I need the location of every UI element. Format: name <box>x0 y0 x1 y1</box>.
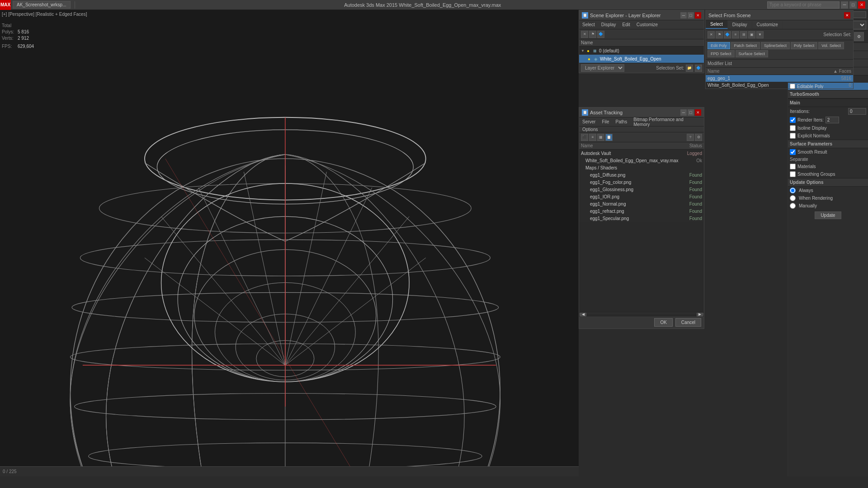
surface-select-btn[interactable]: Surface Select <box>736 50 769 57</box>
scene-toolbar-icon-3[interactable]: 🔷 <box>597 31 604 38</box>
scene-explorer-minimize[interactable]: ─ <box>680 12 687 19</box>
at-row-specular[interactable]: egg1_Specular.png Found <box>579 215 704 222</box>
fpd-select-btn[interactable]: FPD Select <box>708 50 735 57</box>
explicit-normals-checkbox[interactable] <box>790 133 796 139</box>
scene-toolbar-icon-2[interactable]: ⚑ <box>589 31 596 38</box>
verts-label: Verts: <box>2 35 18 42</box>
update-button[interactable]: Update <box>815 211 841 219</box>
at-menu-bitmap[interactable]: Bitmap Performance and Memory <box>632 117 702 127</box>
smoothing-groups-checkbox[interactable] <box>790 171 796 177</box>
sfs-icon-2[interactable]: ⚑ <box>716 31 723 38</box>
scene-explorer-maximize[interactable]: □ <box>688 12 694 19</box>
at-cancel-button[interactable]: Cancel <box>675 318 701 327</box>
footer-icon-1[interactable]: 📁 <box>686 65 693 72</box>
manually-radio[interactable] <box>790 203 796 209</box>
scene-toolbar-icon-1[interactable]: ✕ <box>581 31 588 38</box>
at-close[interactable]: ✕ <box>695 109 701 116</box>
at-row-max-file[interactable]: White_Soft_Boiled_Egg_Open_max_vray.max … <box>579 157 704 164</box>
at-minimize[interactable]: ─ <box>680 109 687 116</box>
vol-select-btn[interactable]: Vol. Select <box>818 42 844 49</box>
maximize-button[interactable]: □ <box>849 1 857 9</box>
render-iters-input[interactable] <box>826 117 839 123</box>
at-toolbar-help[interactable]: ? <box>687 134 694 141</box>
tab-customize[interactable]: Customize <box>752 21 783 28</box>
patch-select-btn[interactable]: Patch Select <box>731 42 760 49</box>
when-rendering-radio[interactable] <box>790 195 796 201</box>
at-toolbar-settings[interactable]: ⚙ <box>695 134 702 141</box>
sfs-icon-6[interactable]: ▣ <box>748 31 755 38</box>
at-row-maps-folder[interactable]: Maps / Shaders <box>579 164 704 171</box>
spline-select-btn[interactable]: SplineSelect <box>761 42 790 49</box>
viewport-canvas: Z X Y <box>0 10 579 476</box>
close-button[interactable]: ✕ <box>858 1 865 9</box>
layer-bulb-icon: ● <box>585 48 591 53</box>
at-menubar: Server File Paths Bitmap Performance and… <box>579 117 704 127</box>
turbosmooth-section-title: TurboSmooth <box>788 90 868 99</box>
polys-label: Polys: <box>2 29 18 35</box>
at-ok-button[interactable]: OK <box>654 318 672 327</box>
at-toolbar-icon-1[interactable]: ⬛ <box>581 134 588 141</box>
footer-icon-2[interactable]: 🔷 <box>695 65 702 72</box>
scene-menu-edit[interactable]: Edit <box>621 22 632 27</box>
at-row-vault[interactable]: Autodesk Vault Logged <box>579 150 704 157</box>
sfs-icon-5[interactable]: ⊞ <box>740 31 747 38</box>
at-scroll-track[interactable] <box>586 313 697 316</box>
at-toolbar-icon-3[interactable]: ▦ <box>597 134 604 141</box>
scene-menu-display[interactable]: Display <box>600 22 618 27</box>
layer-explorer-dropdown[interactable]: Layer Explorer <box>581 64 624 72</box>
at-maximize[interactable]: □ <box>688 109 694 116</box>
workspace-tab[interactable]: AK_Screenshot_wrksp... <box>13 1 71 9</box>
scene-explorer-close[interactable]: ✕ <box>695 12 701 19</box>
sfs-icon-3[interactable]: 🔷 <box>724 31 731 38</box>
scene-menu-select[interactable]: Select <box>581 22 596 27</box>
smoothing-groups-row: Smoothing Groups <box>788 170 868 178</box>
tree-row-default-layer[interactable]: ▼ ● ▦ 0 (default) <box>579 47 704 55</box>
sfs-row-faces-1: 5816 <box>833 76 851 81</box>
isoline-checkbox[interactable] <box>790 125 796 131</box>
sfs-close-button[interactable]: ✕ <box>844 12 850 19</box>
sfs-row-egg-geo[interactable]: egg_geo_1 5816 <box>706 75 853 82</box>
tree-row-egg-open[interactable]: ● ◈ White_Soft_Boiled_Egg_Open <box>579 55 704 63</box>
at-vault-status: Logged <box>675 151 702 156</box>
manually-row: Manually <box>788 202 868 210</box>
smooth-result-checkbox[interactable] <box>790 149 796 155</box>
sfs-icon-7[interactable]: ▼ <box>756 31 764 38</box>
scene-menu-customize[interactable]: Customize <box>635 22 659 27</box>
materials-checkbox[interactable] <box>790 164 796 169</box>
render-iters-checkbox[interactable] <box>790 117 796 123</box>
selection-set-label: Selection Set: <box>656 66 684 70</box>
at-row-refract[interactable]: egg1_refract.png Found <box>579 207 704 215</box>
edit-poly-btn[interactable]: Edit Poly <box>708 42 730 49</box>
iterations-input[interactable] <box>848 108 866 115</box>
main-layout: [+] [Perspective] [Realistic + Edged Fac… <box>0 10 868 476</box>
at-row-diffuse[interactable]: egg1_Diffuse.png Found <box>579 171 704 178</box>
at-toolbar-icon-4[interactable]: 📋 <box>605 134 613 141</box>
sfs-icon-1[interactable]: ✕ <box>708 31 715 38</box>
at-row-glossiness[interactable]: egg1_Glossiness.png Found <box>579 186 704 193</box>
at-scroll-right[interactable]: ▶ <box>697 313 703 316</box>
at-menu-options[interactable]: Options <box>581 127 599 132</box>
viewport[interactable]: [+] [Perspective] [Realistic + Edged Fac… <box>0 10 579 476</box>
at-row-ior[interactable]: egg1_IOR.png Found <box>579 193 704 200</box>
minimize-button[interactable]: ─ <box>841 1 848 9</box>
at-row-fog[interactable]: egg1_Fog_color.png Found <box>579 178 704 186</box>
configure-btn[interactable]: ⚙ <box>854 32 864 41</box>
tab-display[interactable]: Display <box>728 21 752 28</box>
poly-select-btn[interactable]: Poly Select <box>791 42 817 49</box>
egg-obj-icon: ◈ <box>593 56 599 61</box>
at-menu-server[interactable]: Server <box>581 119 597 124</box>
at-toolbar-icon-2[interactable]: ≡ <box>589 134 596 141</box>
at-scroll-left[interactable]: ◀ <box>580 313 586 316</box>
at-row-normal[interactable]: egg1_Normal.png Found <box>579 200 704 207</box>
viewport-label: [+] [Perspective] [Realistic + Edged Fac… <box>2 12 87 17</box>
at-diffuse-name: egg1_Diffuse.png <box>590 173 675 178</box>
search-input[interactable] <box>767 1 840 9</box>
explicit-normals-row: Explicit Normals <box>788 132 868 140</box>
always-radio[interactable] <box>790 188 796 193</box>
at-menu-paths[interactable]: Paths <box>614 119 629 124</box>
sfs-row-egg-open[interactable]: White_Soft_Boiled_Egg_Open 0 <box>706 82 853 89</box>
at-menu-file[interactable]: File <box>600 119 610 124</box>
tab-select[interactable]: Select <box>706 20 728 29</box>
sfs-icon-4[interactable]: ≡ <box>732 31 739 38</box>
at-scrollbar[interactable]: ◀ ▶ <box>579 312 704 316</box>
